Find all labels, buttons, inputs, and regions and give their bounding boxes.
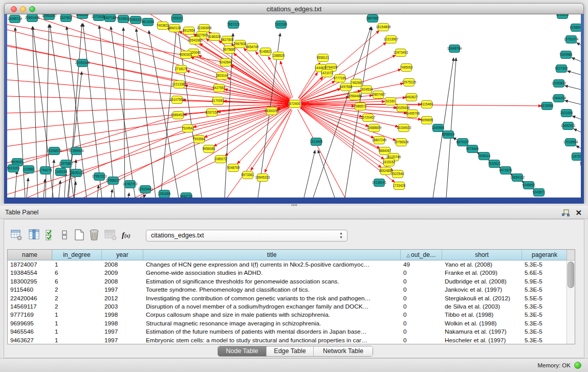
graph-node[interactable]: 1667188 xyxy=(104,14,117,22)
table-cell[interactable]: 19384554 xyxy=(8,269,52,277)
delete-table-disabled-button[interactable] xyxy=(104,229,117,242)
graph-node[interactable]: 10973493 xyxy=(394,49,408,57)
graph-node[interactable]: 20053346 xyxy=(75,59,90,67)
tab-network-table[interactable]: Network Table xyxy=(314,346,373,356)
table-cell[interactable]: 9777169 xyxy=(8,311,52,319)
function-builder-button[interactable]: f(x) xyxy=(122,231,130,239)
float-window-icon[interactable] xyxy=(562,209,570,216)
graph-node[interactable]: 17016504 xyxy=(563,139,578,146)
table-cell[interactable]: 2 xyxy=(52,294,102,302)
table-cell[interactable]: 22420046 xyxy=(8,294,52,302)
graph-node[interactable]: 15692931 xyxy=(561,122,576,130)
graph-node[interactable]: 10958107 xyxy=(106,177,121,185)
table-cell[interactable]: 0 xyxy=(401,286,442,294)
graph-node[interactable]: 9462733 xyxy=(180,193,193,198)
graph-node[interactable]: 1167534 xyxy=(571,153,581,161)
graph-node[interactable]: 8958924 xyxy=(442,131,455,139)
graph-node[interactable]: 9558121 xyxy=(317,54,330,62)
graph-node[interactable]: 9146821 xyxy=(259,48,272,56)
table-cell[interactable]: 1997 xyxy=(102,286,143,294)
table-cell[interactable]: Yano et al. (2008) xyxy=(442,260,522,269)
graph-node[interactable]: 8912954 xyxy=(183,27,195,35)
graph-node[interactable]: 9115460 xyxy=(421,101,433,108)
table-cell[interactable]: 5.5E-5 xyxy=(522,294,567,302)
graph-node[interactable]: 2887682 xyxy=(366,15,379,23)
graph-node[interactable]: 19854925 xyxy=(171,112,186,119)
table-cell[interactable]: Structural magnetic resonance image aver… xyxy=(143,319,401,327)
graph-node[interactable]: 16495796 xyxy=(405,110,420,118)
table-cell[interactable]: Jankovic et al. (1997) xyxy=(442,286,522,294)
table-cell[interactable]: Tourette syndrome. Phenomenology and cla… xyxy=(143,286,401,294)
graph-node[interactable]: 1145194 xyxy=(55,168,68,176)
graph-node[interactable]: 20691406 xyxy=(25,14,40,22)
table-selector-dropdown[interactable]: citations_edges.txt ▲▼ xyxy=(146,230,347,242)
graph-node[interactable]: 9242844 xyxy=(220,59,232,67)
table-cell[interactable]: 14569117 xyxy=(8,302,52,311)
graph-node[interactable]: 7632621 xyxy=(488,160,501,168)
graph-node[interactable]: 16782753 xyxy=(123,181,138,188)
table-cell[interactable]: 1 xyxy=(52,311,102,319)
graph-node[interactable]: 10975887 xyxy=(59,160,74,168)
graph-edge[interactable] xyxy=(128,193,129,198)
graph-edge[interactable] xyxy=(123,28,125,198)
graph-node[interactable]: 1733426 xyxy=(393,182,406,190)
table-row[interactable]: 1830029562008Estimation of significance … xyxy=(8,277,567,286)
graph-node[interactable]: 20553319 xyxy=(128,16,143,24)
table-cell[interactable]: 18724007 xyxy=(8,260,52,269)
table-cell[interactable]: 2008 xyxy=(102,260,143,269)
graph-edge[interactable] xyxy=(140,107,290,198)
graph-edge[interactable] xyxy=(299,73,318,99)
graph-node[interactable]: 12093832 xyxy=(552,80,567,87)
graph-edge[interactable] xyxy=(59,181,60,198)
graph-node[interactable]: 12975115 xyxy=(402,79,416,86)
table-cell[interactable]: 5.3E-5 xyxy=(522,336,567,344)
table-cell[interactable]: 5.3E-5 xyxy=(522,311,567,319)
table-cell[interactable]: 49 xyxy=(401,260,442,269)
graph-node[interactable]: 62160 xyxy=(385,98,396,105)
table-cell[interactable]: 0 xyxy=(401,277,442,286)
table-cell[interactable]: Franke et al. (2009) xyxy=(442,269,522,277)
graph-edge[interactable] xyxy=(565,85,581,90)
table-cell[interactable]: 5.3E-5 xyxy=(522,260,567,269)
graph-edge[interactable] xyxy=(574,129,581,132)
graph-node[interactable]: 2967608 xyxy=(234,40,247,48)
table-cell[interactable]: 9463627 xyxy=(8,336,52,344)
table-row[interactable]: 1938455462009Genome-wide association stu… xyxy=(8,269,567,277)
graph-node[interactable]: 20564486 xyxy=(347,93,362,100)
graph-node[interactable]: 22260658 xyxy=(197,25,212,32)
graph-edge[interactable] xyxy=(577,43,581,45)
graph-node[interactable]: 7857223 xyxy=(227,21,240,29)
graph-edge[interactable] xyxy=(52,160,54,198)
graph-edge[interactable] xyxy=(7,63,289,103)
graph-node[interactable]: 1089272 xyxy=(214,156,227,163)
table-cell[interactable]: 9465546 xyxy=(8,327,52,336)
graph-node[interactable]: 15751074 xyxy=(564,36,579,43)
column-header-year[interactable]: year xyxy=(102,250,143,260)
table-cell[interactable]: Estimation of significance thresholds fo… xyxy=(143,277,401,286)
graph-edge[interactable] xyxy=(572,58,581,61)
graph-node[interactable]: 9699695 xyxy=(421,117,433,124)
graph-node[interactable]: 9777169 xyxy=(334,75,346,82)
graph-edge[interactable] xyxy=(225,108,290,156)
graph-node[interactable]: 7485063 xyxy=(400,64,413,72)
graph-node[interactable]: 9690301 xyxy=(180,51,192,59)
graph-edge[interactable] xyxy=(568,71,581,75)
table-cell[interactable]: Wolkin et al. (1998) xyxy=(442,319,522,327)
column-visibility-button[interactable] xyxy=(28,229,41,242)
graph-node[interactable]: 2935114 xyxy=(478,152,491,160)
graph-edge[interactable] xyxy=(97,185,99,198)
graph-node[interactable]: 8427552 xyxy=(213,84,226,92)
table-cell[interactable]: 5.6E-5 xyxy=(522,269,567,277)
graph-node[interactable]: 16107553 xyxy=(170,96,185,104)
table-cell[interactable]: 1 xyxy=(52,327,102,336)
graph-node[interactable]: 10654112 xyxy=(510,174,525,182)
column-header-pagerank[interactable]: pagerank xyxy=(522,250,568,260)
table-cell[interactable]: 2 xyxy=(52,302,102,311)
column-header-short[interactable]: short xyxy=(442,250,522,260)
graph-node[interactable]: 3170081 xyxy=(212,97,225,105)
table-cell[interactable]: 0 xyxy=(401,311,442,319)
graph-node[interactable]: 6466160 xyxy=(76,14,89,19)
graph-edge[interactable] xyxy=(225,33,233,198)
graph-node[interactable]: 2718176 xyxy=(175,65,188,73)
graph-node[interactable]: 7524542 xyxy=(182,125,194,133)
